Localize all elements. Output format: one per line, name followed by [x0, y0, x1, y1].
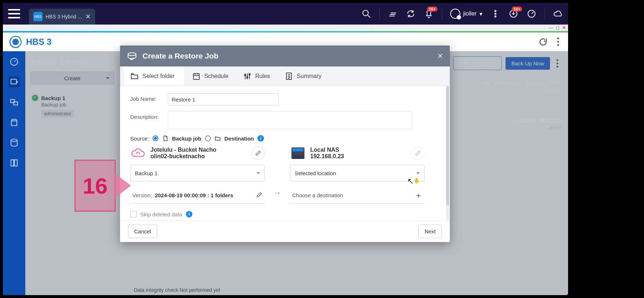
nav-overview[interactable]: [9, 56, 20, 67]
tab-title: HBS 3 Hybrid ...: [46, 14, 82, 20]
restore-job-modal: Create a Restore Job ✕ Select folders Sc…: [120, 46, 450, 242]
svg-point-4: [495, 16, 496, 17]
src-path: olin02-bucketnacho: [150, 153, 216, 160]
menu-icon[interactable]: [8, 9, 20, 18]
cancel-button[interactable]: Cancel: [128, 225, 157, 238]
next-button[interactable]: Next: [418, 225, 442, 238]
jobname-label: Job Name:: [130, 93, 168, 102]
download-badge: 10+: [512, 7, 522, 12]
modal-close-icon[interactable]: ✕: [437, 52, 443, 60]
cloud-provider-icon: [130, 147, 146, 159]
file-icon: [162, 135, 169, 142]
destination-label: Destination: [225, 135, 254, 142]
skip-deleted-label: Skip deleted data: [140, 211, 182, 217]
modal-title: Create a Restore Job: [142, 52, 218, 60]
nav-logs[interactable]: [9, 157, 20, 168]
svg-point-12: [11, 139, 17, 142]
sync-icon[interactable]: [406, 9, 416, 19]
version-value: 2024-08-19 00:00:09 : 1 folders: [155, 192, 233, 198]
avatar-icon: [450, 9, 460, 19]
username: jioller: [463, 10, 477, 17]
scrollbar-thumb[interactable]: [446, 86, 449, 205]
svg-point-0: [363, 10, 368, 16]
nav-storage[interactable]: [9, 137, 20, 148]
svg-line-1: [368, 15, 370, 18]
step-rules[interactable]: Rules: [236, 66, 277, 86]
maximize-button[interactable]: ◻: [556, 25, 559, 30]
callout-number: 16: [83, 173, 108, 199]
edit-version-icon[interactable]: [256, 191, 263, 199]
bell-icon[interactable]: 10+: [424, 9, 434, 19]
choose-destination-label: Choose a destination: [292, 192, 343, 198]
svg-rect-14: [14, 160, 17, 166]
skip-deleted-checkbox[interactable]: [130, 211, 137, 217]
cursor-icon: ↖✋: [407, 177, 420, 186]
svg-point-2: [495, 10, 496, 12]
dst-ip: 192.168.0.23: [310, 153, 344, 160]
edit-dest-button: [411, 147, 425, 160]
callout-arrow-icon: [115, 173, 143, 198]
arrow-icon: →: [273, 188, 281, 198]
dst-name: Local NAS: [310, 147, 344, 153]
svg-point-15: [128, 53, 136, 56]
description-label: Description:: [130, 111, 168, 120]
step-callout: 16: [74, 160, 143, 212]
info-icon-2[interactable]: i: [186, 211, 192, 217]
chevron-down-icon: ▾: [479, 10, 482, 17]
app-logo: [9, 36, 22, 48]
svg-rect-11: [11, 121, 17, 126]
dashboard-icon[interactable]: [526, 9, 537, 19]
nav-jobs[interactable]: [9, 117, 20, 128]
add-destination-icon[interactable]: ＋: [414, 190, 422, 201]
user-menu[interactable]: jioller ▾: [450, 9, 482, 19]
radio-backup-job[interactable]: [153, 135, 158, 141]
backup-select[interactable]: Backup 1: [130, 165, 265, 181]
info-icon[interactable]: i: [257, 135, 264, 142]
close-button[interactable]: ✕: [562, 25, 566, 30]
folder-icon: [214, 135, 221, 142]
src-name: Jotelulu - Bucket Nacho: [150, 147, 216, 153]
nav-backup[interactable]: [9, 77, 20, 87]
app-icon: HBS: [33, 12, 43, 21]
download-icon[interactable]: 10+: [508, 9, 519, 19]
svg-rect-13: [11, 160, 14, 166]
search-icon[interactable]: [361, 9, 371, 19]
jobname-input[interactable]: [168, 93, 278, 105]
backupjob-label: Backup job: [172, 135, 201, 142]
kebab-menu[interactable]: [554, 38, 562, 46]
edit-source-button[interactable]: [252, 147, 265, 160]
step-schedule[interactable]: Schedule: [185, 66, 235, 86]
app-name: HBS 3: [26, 37, 52, 47]
notification-badge: 10+: [427, 7, 438, 12]
minimize-button[interactable]: —: [549, 25, 553, 30]
svg-rect-16: [193, 74, 199, 79]
radio-destination[interactable]: [205, 135, 211, 141]
close-icon[interactable]: ✕: [85, 13, 91, 21]
svg-point-3: [495, 13, 496, 14]
location-select[interactable]: Selected location: [290, 165, 425, 181]
browser-tab[interactable]: HBS HBS 3 Hybrid ... ✕: [29, 9, 95, 25]
svg-rect-8: [11, 79, 16, 84]
refresh-icon[interactable]: [538, 37, 548, 47]
restore-icon: [127, 52, 137, 60]
step-summary[interactable]: Summary: [278, 66, 328, 86]
nav-sync[interactable]: [9, 97, 20, 108]
nas-icon: [290, 147, 306, 159]
source-label: Source:: [130, 135, 149, 142]
step-select-folders[interactable]: Select folders: [124, 66, 184, 86]
description-input[interactable]: [168, 111, 412, 129]
more-icon[interactable]: [490, 9, 500, 19]
cloud-icon[interactable]: [553, 9, 563, 19]
browse-icon[interactable]: [388, 9, 398, 19]
